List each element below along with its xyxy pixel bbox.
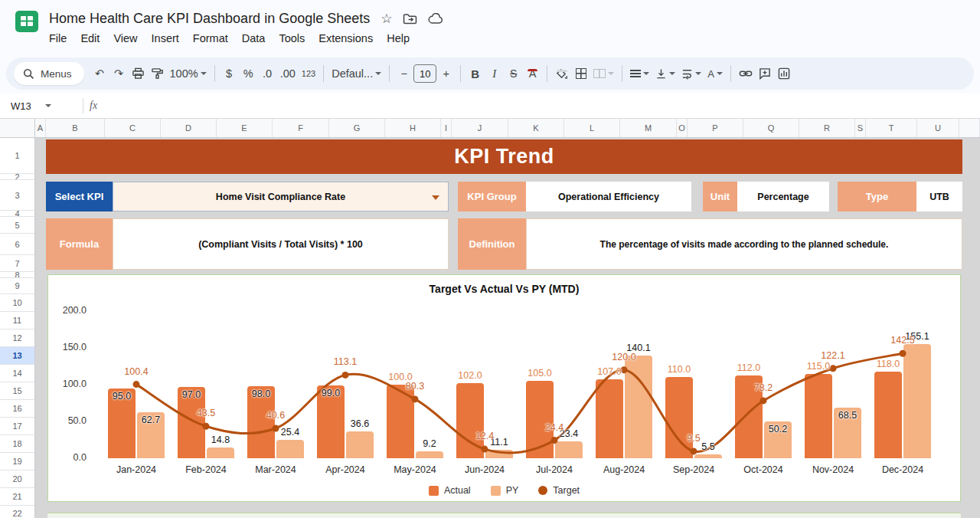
document-title[interactable]: Home Health Care KPI Dashboard in Google… bbox=[49, 11, 370, 27]
column-header-D[interactable]: D bbox=[161, 119, 217, 137]
cloud-status-icon[interactable] bbox=[428, 13, 443, 25]
legend-swatch-py bbox=[491, 486, 501, 496]
definition-value[interactable]: The percentage of visits made according … bbox=[526, 218, 962, 270]
menu-item-format[interactable]: Format bbox=[187, 31, 234, 46]
row-header-6[interactable]: 6 bbox=[0, 234, 34, 255]
column-header-G[interactable]: G bbox=[329, 119, 385, 137]
row-header-8[interactable]: 8 bbox=[0, 272, 34, 278]
row-header-12[interactable]: 12 bbox=[0, 329, 34, 347]
column-header-M[interactable]: M bbox=[620, 119, 677, 137]
kpi-select-dropdown[interactable]: Home Visit Compliance Rate bbox=[113, 182, 449, 211]
row-header-21[interactable]: 21 bbox=[0, 488, 34, 506]
redo-button[interactable]: ↷ bbox=[109, 63, 129, 84]
fill-color-button[interactable] bbox=[552, 63, 571, 84]
row-header-1[interactable]: 1 bbox=[0, 138, 34, 174]
row-header-22[interactable]: 22 bbox=[0, 506, 34, 518]
row-header-17[interactable]: 17 bbox=[0, 418, 34, 435]
menu-item-view[interactable]: View bbox=[107, 31, 143, 46]
merge-cells-button[interactable] bbox=[590, 63, 617, 84]
column-header-O[interactable]: O bbox=[677, 119, 688, 137]
kpi-trend-chart[interactable]: Target Vs Actual Vs PY (MTD)200.0150.010… bbox=[47, 274, 961, 502]
menu-item-data[interactable]: Data bbox=[236, 31, 272, 46]
move-to-folder-icon[interactable] bbox=[403, 13, 417, 25]
column-header-E[interactable]: E bbox=[217, 119, 273, 137]
row-header-15[interactable]: 15 bbox=[0, 382, 34, 400]
column-header-Q[interactable]: Q bbox=[743, 119, 799, 137]
menus-search-button[interactable]: Menus bbox=[14, 62, 84, 85]
insert-comment-button[interactable] bbox=[756, 63, 775, 84]
row-headers: 12345678910111213141516171819202122 bbox=[0, 138, 35, 518]
font-name-select[interactable]: Defaul... bbox=[328, 63, 384, 84]
format-percent-button[interactable]: % bbox=[239, 63, 258, 84]
insert-link-button[interactable] bbox=[736, 63, 756, 84]
unit-value[interactable]: Percentage bbox=[737, 182, 829, 211]
column-header-L[interactable]: L bbox=[564, 119, 620, 137]
type-value[interactable]: UTB bbox=[916, 182, 962, 211]
column-header-T[interactable]: T bbox=[866, 119, 917, 137]
menu-item-help[interactable]: Help bbox=[381, 31, 416, 46]
row-header-14[interactable]: 14 bbox=[0, 365, 34, 382]
horizontal-align-button[interactable] bbox=[627, 63, 652, 84]
select-all-corner[interactable] bbox=[0, 119, 35, 137]
text-rotation-button[interactable]: A bbox=[704, 63, 726, 84]
menu-item-insert[interactable]: Insert bbox=[145, 31, 185, 46]
menu-item-file[interactable]: File bbox=[43, 31, 73, 46]
row-header-5[interactable]: 5 bbox=[0, 217, 34, 234]
strikethrough-button[interactable]: S bbox=[504, 63, 523, 84]
decrease-decimal-button[interactable]: .0 bbox=[258, 63, 277, 84]
star-icon[interactable]: ☆ bbox=[381, 12, 392, 25]
row-header-18[interactable]: 18 bbox=[0, 435, 34, 453]
column-header-A[interactable]: A bbox=[35, 119, 46, 137]
sheet-canvas[interactable]: KPI Trend Select KPI Home Visit Complian… bbox=[35, 138, 980, 518]
row-header-4[interactable]: 4 bbox=[0, 211, 34, 217]
column-header-S[interactable]: S bbox=[855, 119, 866, 137]
column-header-partial[interactable] bbox=[959, 119, 980, 137]
vertical-align-button[interactable] bbox=[652, 63, 678, 84]
row-header-11[interactable]: 11 bbox=[0, 312, 34, 329]
kpi-group-value[interactable]: Operational Efficiency bbox=[526, 182, 691, 211]
row-header-16[interactable]: 16 bbox=[0, 400, 34, 418]
paint-format-button[interactable] bbox=[148, 63, 167, 84]
menu-item-edit[interactable]: Edit bbox=[74, 31, 106, 46]
row-header-20[interactable]: 20 bbox=[0, 470, 34, 488]
column-header-C[interactable]: C bbox=[105, 119, 161, 137]
format-currency-button[interactable]: $ bbox=[220, 63, 239, 84]
row-header-7[interactable]: 7 bbox=[0, 255, 34, 272]
row-header-9[interactable]: 9 bbox=[0, 278, 34, 294]
column-header-U[interactable]: U bbox=[917, 119, 959, 137]
text-color-button[interactable]: A bbox=[523, 63, 542, 84]
more-formats-button[interactable]: 123 bbox=[299, 63, 318, 84]
row-header-3[interactable]: 3 bbox=[0, 180, 34, 211]
name-box[interactable]: W13 bbox=[0, 100, 77, 112]
column-header-K[interactable]: K bbox=[508, 119, 564, 137]
zoom-control[interactable]: 100% bbox=[167, 63, 210, 84]
formula-value[interactable]: (Compliant Visits / Total Visits) * 100 bbox=[113, 218, 449, 270]
column-header-J[interactable]: J bbox=[452, 119, 508, 137]
row-header-13[interactable]: 13 bbox=[0, 347, 34, 365]
menu-item-tools[interactable]: Tools bbox=[273, 31, 311, 46]
column-header-P[interactable]: P bbox=[688, 119, 743, 137]
row-header-2[interactable]: 2 bbox=[0, 174, 34, 180]
italic-button[interactable]: I bbox=[485, 63, 504, 84]
borders-button[interactable] bbox=[571, 63, 590, 84]
column-header-B[interactable]: B bbox=[46, 119, 105, 137]
increase-font-size-button[interactable]: + bbox=[436, 63, 456, 84]
top-bar: Home Health Care KPI Dashboard in Google… bbox=[0, 0, 980, 54]
font-size-input[interactable]: 10 bbox=[413, 64, 436, 83]
sheets-logo-icon[interactable] bbox=[15, 11, 38, 32]
decrease-font-size-button[interactable]: − bbox=[394, 63, 413, 84]
undo-button[interactable]: ↶ bbox=[90, 63, 109, 84]
bold-button[interactable]: B bbox=[466, 63, 485, 84]
row-header-19[interactable]: 19 bbox=[0, 453, 34, 470]
menu-item-extensions[interactable]: Extensions bbox=[312, 31, 379, 46]
text-wrap-button[interactable] bbox=[678, 63, 704, 84]
row-header-10[interactable]: 10 bbox=[0, 294, 34, 312]
column-header-R[interactable]: R bbox=[799, 119, 855, 137]
column-header-I[interactable]: I bbox=[441, 119, 452, 137]
column-header-H[interactable]: H bbox=[385, 119, 441, 137]
insert-chart-button[interactable] bbox=[775, 63, 794, 84]
print-button[interactable] bbox=[129, 63, 148, 84]
column-header-F[interactable]: F bbox=[273, 119, 329, 137]
increase-decimal-button[interactable]: .00 bbox=[277, 63, 299, 84]
x-axis-label: Mar-2024 bbox=[241, 464, 310, 475]
